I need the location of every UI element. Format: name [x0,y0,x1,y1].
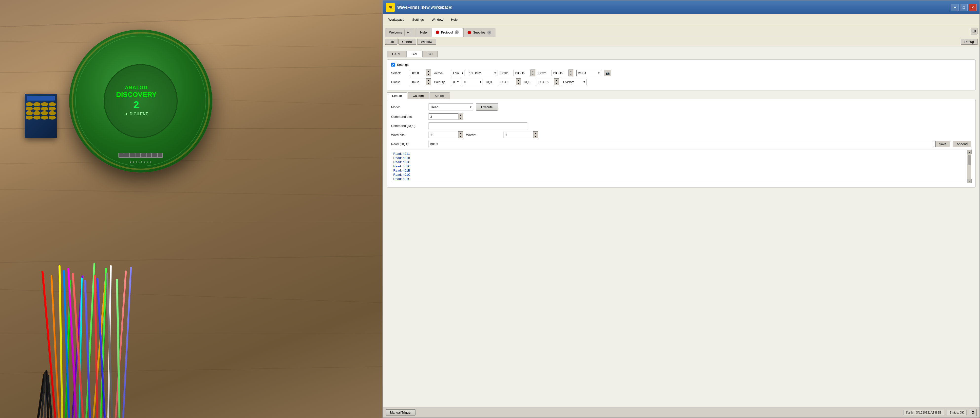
mode-select[interactable]: Read Write Write/Read [429,103,473,111]
dq1-down[interactable]: ▼ [516,82,520,85]
dq2-input[interactable] [551,70,568,76]
proto-tab-uart[interactable]: UART [387,51,406,57]
tab-protocol[interactable]: Protocol ✕ [431,28,463,37]
tab-add-button[interactable]: + [404,29,411,36]
close-button[interactable]: ✕ [969,4,977,11]
dq0-label: DQ0: [500,71,510,75]
output-scrollbar[interactable]: ▲ ▼ [967,150,971,184]
tab-supplies[interactable]: Supplies ✕ [463,28,495,37]
lsword-select[interactable]: LSWord MSWord [562,79,587,85]
polarity-label: Polarity: [434,80,449,84]
word-bits-up[interactable]: ▲ [458,131,463,135]
inner-tab-sensor[interactable]: Sensor [430,92,450,99]
tab-supplies-dot [468,31,471,34]
clock-label: Clock: [391,80,406,84]
dq2-down[interactable]: ▼ [569,73,573,76]
tab-welcome[interactable]: Welcome + [385,28,415,37]
inner-tab-custom[interactable]: Custom [407,92,429,99]
menu-help[interactable]: Help [447,17,461,22]
tab-protocol-dot [436,30,439,34]
dq2-spin: ▲ ▼ [551,70,573,76]
select-input[interactable] [409,70,426,76]
toolbar-file[interactable]: File [385,39,398,44]
protocol-tab-bar: UART SPI I2C [387,51,975,57]
command-bits-input[interactable] [429,113,458,120]
status-ok: Status: OK [947,410,967,415]
menu-workspace[interactable]: Workspace [385,17,408,22]
dq0-up[interactable]: ▲ [531,70,535,73]
active-label: Active: [434,71,449,75]
proto-tab-spi[interactable]: SPI [406,51,422,57]
dq3-down[interactable]: ▼ [554,82,558,85]
scroll-up-arrow[interactable]: ▲ [967,150,972,154]
dq1-up[interactable]: ▲ [516,79,520,82]
proto-tab-i2c[interactable]: I2C [422,51,438,57]
clock-down[interactable]: ▼ [426,82,431,85]
tab-welcome-label: Welcome [389,30,402,34]
append-button[interactable]: Append [953,141,971,147]
words-spin: ▲ ▼ [504,131,538,138]
command-bits-spin: ▲ ▼ [429,113,463,120]
dq3-input[interactable] [537,79,554,85]
simple-panel: Mode: Read Write Write/Read ▼ Execute Co… [387,99,975,188]
dq3-up[interactable]: ▲ [554,79,558,82]
camera-button[interactable]: 📷 [604,70,611,76]
words-up[interactable]: ▲ [533,131,538,135]
tab-bar: Welcome + Help Protocol ✕ Supplies ✕ ⊞ [383,25,980,37]
polarity2-select[interactable]: 0 1 [463,79,483,85]
status-bar: Manual Trigger Kaitlyn SN:210321A1881E S… [383,407,980,418]
execute-button[interactable]: Execute [476,103,498,111]
clock-spin: ▲ ▼ [409,78,431,85]
breakout-board [25,93,57,138]
restore-button[interactable]: □ [960,4,968,11]
select-down[interactable]: ▼ [426,73,431,76]
clock-input[interactable] [409,79,426,85]
lsword-select-container: LSWord MSWord ▼ [562,79,587,85]
tab-protocol-label: Protocol [441,30,453,34]
manual-trigger-button[interactable]: Manual Trigger [386,409,416,416]
words-down[interactable]: ▼ [533,135,538,138]
msbit-select[interactable]: MSBit LSBit [576,70,601,76]
read-input[interactable] [429,141,932,147]
select-up[interactable]: ▲ [426,70,431,73]
active-select[interactable]: Low High [452,70,465,76]
minimize-button[interactable]: ─ [951,4,959,11]
dq1-spin: ▲ ▼ [499,78,521,85]
maximize-icon[interactable]: ⊞ [970,28,978,35]
command-bits-down[interactable]: ▼ [458,117,463,120]
menu-window[interactable]: Window [428,17,447,22]
command-input[interactable] [429,122,527,129]
polarity-select[interactable]: 0 1 [452,79,460,85]
toolbar-window[interactable]: Window [417,39,436,44]
save-button[interactable]: Save [935,141,950,147]
inner-tab-simple[interactable]: Simple [387,92,407,99]
toolbar-control[interactable]: Control [398,39,416,44]
word-bits-row: Word bits: ▲ ▼ Words: ▲ ▼ [391,131,971,138]
tab-supplies-close[interactable]: ✕ [487,30,491,35]
dq1-input[interactable] [499,79,516,85]
settings-row-2: Clock: ▲ ▼ Polarity: 0 1 ▼ [391,78,971,85]
scroll-thumb[interactable] [968,155,971,165]
menu-settings[interactable]: Settings [409,17,427,22]
word-bits-input[interactable] [429,131,458,138]
read-line-2: Read: h01C [393,160,965,164]
dq0-input[interactable] [513,70,530,76]
tab-help[interactable]: Help [416,28,431,37]
debug-button[interactable]: Debug [961,39,978,44]
dq0-down[interactable]: ▼ [531,73,535,76]
settings-checkbox[interactable] [391,63,395,66]
status-gear-button[interactable]: ⚙ [970,409,977,416]
scroll-down-arrow[interactable]: ▼ [967,179,972,184]
dq2-up[interactable]: ▲ [569,70,573,73]
freq-select[interactable]: 100 kHz 1 MHz 10 MHz [468,70,497,76]
clock-spin-btns: ▲ ▼ [426,78,431,85]
words-input[interactable] [504,131,533,138]
menu-bar: Workspace Settings Window Help [383,14,980,25]
words-spin-btns: ▲ ▼ [533,131,538,138]
tab-protocol-close[interactable]: ✕ [455,30,459,34]
clock-up[interactable]: ▲ [426,79,431,82]
word-bits-down[interactable]: ▼ [458,135,463,138]
command-bits-up[interactable]: ▲ [458,113,463,117]
dq2-spin-btns: ▲ ▼ [568,70,573,76]
read-label: Read (DQ1): [391,142,426,146]
